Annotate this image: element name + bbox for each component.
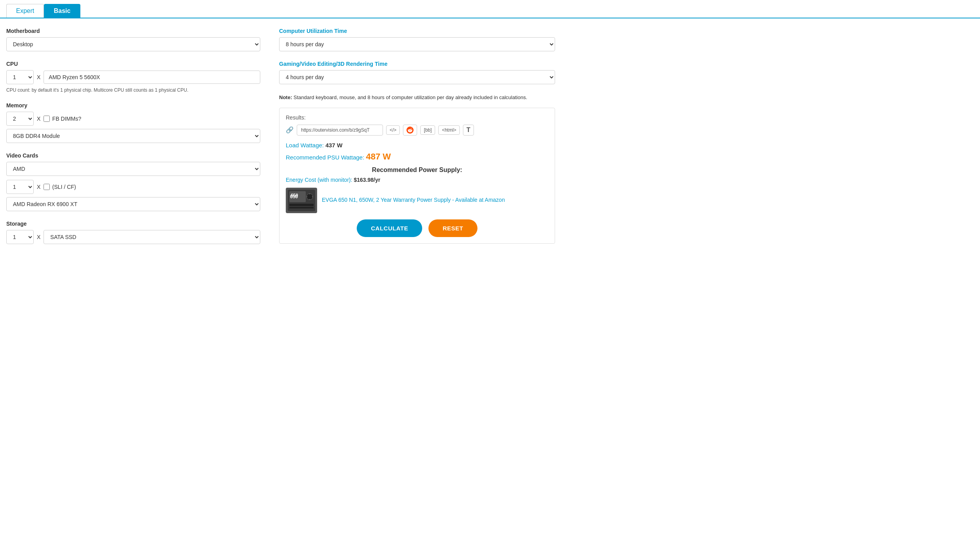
- gaming-label: Gaming/Video Editing/3D Rendering Time: [279, 61, 555, 67]
- code-share-btn[interactable]: </>: [386, 125, 400, 135]
- energy-cost-label: Energy Cost (with monitor):: [286, 177, 352, 183]
- recommended-psu-label: Recommended PSU Wattage:: [286, 154, 364, 161]
- recommended-psu-row: Recommended PSU Wattage: 487 W: [286, 152, 548, 162]
- utilization-label: Computer Utilization Time: [279, 28, 555, 34]
- cpu-label: CPU: [6, 61, 260, 67]
- sli-cf-text: (SLI / CF): [52, 184, 76, 190]
- video-brand-select[interactable]: AMD NVIDIA Intel: [6, 162, 260, 176]
- reddit-share-btn[interactable]: [403, 125, 417, 136]
- load-wattage-row: Load Wattage: 437 W: [286, 142, 548, 148]
- storage-label: Storage: [6, 221, 260, 227]
- energy-cost-value: $163.98/yr: [354, 177, 381, 183]
- storage-count-select[interactable]: 1 2 3 4: [6, 230, 34, 244]
- video-cards-section: Video Cards AMD NVIDIA Intel 1 2 3 4 X (…: [6, 152, 260, 211]
- svg-text:650: 650: [290, 194, 298, 199]
- svg-rect-4: [289, 207, 314, 208]
- cpu-x-label: X: [37, 74, 40, 80]
- memory-section: Memory 2 1 3 4 6 8 X FB DIMMs? 8GB DDR4 …: [6, 102, 260, 143]
- fb-dimms-label: FB DIMMs?: [44, 116, 81, 122]
- tab-bar: Expert Basic: [0, 0, 980, 18]
- rec-title: Recommended Power Supply:: [286, 167, 548, 174]
- calculate-button[interactable]: CALCULATE: [357, 219, 422, 237]
- note-section: Note: Standard keyboard, mouse, and 8 ho…: [279, 94, 555, 101]
- link-icon: 🔗: [286, 126, 294, 134]
- share-url[interactable]: https://outervision.com/b/z9gSqT: [297, 125, 383, 136]
- memory-x-label: X: [37, 116, 40, 122]
- product-row: 650 EVGA 650 N1, 650W, 2 Year Warranty P…: [286, 188, 548, 213]
- video-count-select[interactable]: 1 2 3 4: [6, 180, 34, 194]
- sli-cf-checkbox[interactable]: [44, 184, 50, 190]
- recommended-psu-value: 487 W: [366, 152, 391, 161]
- svg-rect-3: [289, 204, 314, 206]
- cpu-note: CPU count: by default it's 1 physical ch…: [6, 87, 260, 93]
- utilization-select[interactable]: 8 hours per day 1 hour per day 2 hours p…: [279, 37, 555, 51]
- load-wattage-value: 437 W: [325, 142, 342, 148]
- fb-dimms-checkbox[interactable]: [44, 116, 50, 122]
- cpu-section: CPU 1 2 3 4 X CPU count: by default it's…: [6, 61, 260, 93]
- storage-type-select[interactable]: SATA SSD NVMe SSD HDD 7200RPM HDD 5400RP…: [44, 230, 260, 244]
- svg-point-6: [307, 194, 313, 200]
- results-label: Results:: [286, 114, 548, 121]
- note-text: Standard keyboard, mouse, and 8 hours of…: [292, 94, 527, 100]
- gaming-select[interactable]: 4 hours per day 0 hours per day 1 hour p…: [279, 70, 555, 84]
- utilization-section: Computer Utilization Time 8 hours per da…: [279, 28, 555, 51]
- product-image: 650: [286, 188, 317, 213]
- video-count-row: 1 2 3 4 X (SLI / CF): [6, 180, 260, 194]
- video-x-label: X: [37, 184, 40, 190]
- storage-section: Storage 1 2 3 4 X SATA SSD NVMe SSD HDD …: [6, 221, 260, 244]
- button-row: CALCULATE RESET: [286, 219, 548, 237]
- cpu-count-select[interactable]: 1 2 3 4: [6, 70, 34, 84]
- cpu-model-input[interactable]: [44, 71, 260, 84]
- left-panel: Motherboard Desktop Server Workstation C…: [6, 28, 273, 253]
- right-panel: Computer Utilization Time 8 hours per da…: [273, 28, 555, 253]
- storage-row: 1 2 3 4 X SATA SSD NVMe SSD HDD 7200RPM …: [6, 230, 260, 244]
- motherboard-section: Motherboard Desktop Server Workstation: [6, 28, 260, 51]
- memory-count-select[interactable]: 2 1 3 4 6 8: [6, 112, 34, 126]
- video-cards-label: Video Cards: [6, 152, 260, 159]
- main-content: Motherboard Desktop Server Workstation C…: [0, 18, 980, 263]
- reset-button[interactable]: RESET: [428, 219, 477, 237]
- share-row: 🔗 https://outervision.com/b/z9gSqT </> […: [286, 125, 548, 136]
- html-share-btn[interactable]: <html>: [438, 125, 460, 135]
- fb-dimms-text: FB DIMMs?: [52, 116, 81, 122]
- memory-row: 2 1 3 4 6 8 X FB DIMMs?: [6, 112, 260, 126]
- storage-x-label: X: [37, 234, 40, 240]
- tab-basic[interactable]: Basic: [44, 4, 80, 18]
- motherboard-select[interactable]: Desktop Server Workstation: [6, 37, 260, 51]
- note-bold: Note:: [279, 94, 292, 100]
- gaming-section: Gaming/Video Editing/3D Rendering Time 4…: [279, 61, 555, 84]
- bbcode-share-btn[interactable]: [bb]: [420, 125, 435, 135]
- energy-cost-row: Energy Cost (with monitor): $163.98/yr: [286, 177, 548, 183]
- memory-module-select[interactable]: 8GB DDR4 Module 4GB DDR4 Module 16GB DDR…: [6, 129, 260, 143]
- results-box: Results: 🔗 https://outervision.com/b/z9g…: [279, 108, 555, 244]
- load-wattage-label: Load Wattage:: [286, 142, 324, 148]
- text-share-btn[interactable]: T: [463, 125, 474, 136]
- sli-cf-label: (SLI / CF): [44, 184, 76, 190]
- product-img-inner: 650: [288, 190, 315, 211]
- tab-expert[interactable]: Expert: [6, 4, 44, 18]
- cpu-row: 1 2 3 4 X: [6, 70, 260, 84]
- motherboard-label: Motherboard: [6, 28, 260, 34]
- memory-label: Memory: [6, 102, 260, 109]
- product-link[interactable]: EVGA 650 N1, 650W, 2 Year Warranty Power…: [322, 196, 505, 204]
- svg-rect-2: [289, 191, 306, 202]
- video-model-select[interactable]: AMD Radeon RX 6900 XT AMD Radeon RX 6800…: [6, 197, 260, 211]
